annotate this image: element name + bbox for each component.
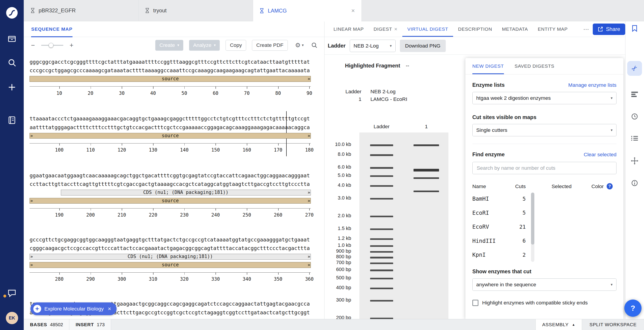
top-strand-row[interactable]: ggaatgaacaatggaagtcaacaaaaagcagctggctgac… (30, 171, 311, 180)
ruler-tick (153, 273, 154, 275)
ruler-tick-label: 170 (274, 147, 282, 153)
create-pdf-button[interactable]: Create PDF (252, 40, 288, 51)
ruler-tick (216, 143, 216, 145)
ruler-tick-label: 70 (244, 90, 250, 96)
sequence-ruler: 100110120130140150160170180 (30, 143, 311, 155)
tab-digest[interactable]: DIGEST× (369, 21, 402, 37)
tab-virtual-digest[interactable]: VIRTUAL DIGEST (402, 21, 453, 37)
cds-annotation[interactable]: CDS (nu1; (DNA packaging;181))» (61, 190, 311, 196)
virtual-digest-view: Highlighted Fragment -- LadderNEB 2-Log … (324, 55, 625, 319)
gel-size-label: 6.0 kb (324, 164, 351, 170)
gear-icon: ⚙ (295, 42, 301, 49)
chevron-down-icon: ▾ (611, 128, 612, 132)
source-annotation[interactable]: source»» (30, 262, 311, 268)
search-icon[interactable] (0, 58, 24, 67)
copy-button[interactable]: Copy (226, 40, 246, 51)
show-enzymes-select[interactable]: anywhere in the sequence▾ (472, 278, 616, 291)
enzyme-row[interactable]: EcoRI5 (472, 206, 616, 220)
tab-linear-map[interactable]: LINEAR MAP (328, 21, 368, 37)
source-annotation[interactable]: source» (30, 76, 311, 82)
create-button[interactable]: Create▾ (155, 40, 183, 51)
annotations-list-icon[interactable] (631, 135, 638, 141)
ruler-tick-label: 60 (213, 90, 218, 96)
close-icon[interactable]: × (108, 305, 111, 312)
assembly-button[interactable]: ASSEMBLY▲ (536, 319, 582, 330)
bottom-strand-row[interactable]: cgggcaagacgctccgccaccgttcccattactccacgaa… (30, 244, 311, 253)
help-button[interactable]: ? (624, 299, 642, 317)
bottom-strand-row[interactable]: aattttatgggagacttttctttcctttgctgtccacgac… (30, 123, 311, 132)
info-icon[interactable] (631, 179, 638, 187)
close-icon[interactable]: × (351, 8, 355, 14)
manage-enzyme-lists-link[interactable]: Manage enzyme lists (568, 82, 616, 88)
analyze-button[interactable]: Analyze▾ (189, 40, 220, 51)
tab-sequence-map[interactable]: SEQUENCE MAP (31, 21, 72, 37)
close-icon[interactable]: × (394, 26, 398, 32)
top-strand-row[interactable]: gcccgttctgcgaggcggtggcaagggtaatgaggtgctt… (30, 235, 311, 244)
gel-ladder-band (370, 245, 393, 247)
bottom-strand-row[interactable]: cccgccgctggagcgcccaaaagcgataaatacttttaaa… (30, 66, 311, 75)
history-clock-icon[interactable] (631, 113, 638, 120)
inventory-icon[interactable] (0, 34, 24, 43)
gel-size-label: 2.0 kb (324, 213, 351, 219)
gel-size-label: 8.0 kb (324, 151, 351, 157)
digest-scissors-icon[interactable]: ✂ (627, 61, 642, 76)
tab-entity-map[interactable]: ENTITY MAP (533, 21, 572, 37)
sequence-search-icon[interactable] (311, 42, 318, 48)
sequence-pane-tabs: SEQUENCE MAP (24, 21, 324, 37)
benchling-logo-icon[interactable] (0, 6, 24, 20)
settings-gear-button[interactable]: ⚙▾ (294, 40, 306, 51)
cds-annotation[interactable]: CDS (nu1; (DNA packaging;181))»» (30, 254, 311, 260)
enzyme-list-select[interactable]: htgaa week 2 digestion enzymes▾ (472, 92, 616, 104)
enzyme-row[interactable]: KpnI2 (472, 248, 616, 262)
tab-tryout[interactable]: tryout (138, 0, 253, 21)
enzyme-row[interactable]: BamHI5 (472, 192, 616, 206)
tab-pbr322-egfr[interactable]: pBR322_EGFR (24, 0, 138, 21)
tab-saved-digests[interactable]: SAVED DIGESTS (514, 58, 554, 74)
share-icon (598, 27, 603, 32)
notebook-icon[interactable] (0, 116, 24, 125)
gel-ladder-band (370, 167, 393, 169)
bottom-strand-row[interactable]: ccttacttgttaccttcagttgtttttcgtcgaccgactg… (30, 180, 311, 189)
avatar[interactable]: EK (6, 312, 18, 324)
chat-icon[interactable] (0, 289, 24, 298)
download-png-button[interactable]: Download PNG (400, 40, 446, 52)
enzyme-search-input[interactable] (472, 162, 616, 174)
color-help-icon[interactable]: ? (607, 183, 613, 190)
split-workspace-button[interactable]: SPLIT WORKSPACE (582, 319, 644, 330)
alignments-icon[interactable] (631, 91, 638, 97)
share-button[interactable]: Share (593, 24, 625, 35)
top-strand-row[interactable]: ttaaaataccctctgaaaagaaaggaaacgacaggtgctg… (30, 114, 311, 123)
move-crosshair-icon[interactable] (631, 157, 638, 164)
zoom-in-button[interactable]: + (69, 42, 74, 49)
scrollbar-thumb[interactable] (531, 193, 534, 244)
zoom-slider[interactable] (41, 42, 63, 48)
ruler-tick-label: 300 (118, 276, 126, 282)
gel-ladder-band (370, 175, 393, 177)
hourglass-icon (260, 8, 264, 14)
top-strand-row[interactable]: gggcggcgacctcgcgggttttcgctatttatgaaaattt… (30, 58, 311, 66)
tab-description[interactable]: DESCRIPTION (453, 21, 497, 37)
find-enzyme-label: Find enzyme (472, 151, 505, 157)
enzyme-row[interactable]: EcoRV21 (472, 220, 616, 234)
tab-new-digest[interactable]: NEW DIGEST (472, 58, 504, 74)
ruler-tick (309, 273, 310, 275)
clear-selected-link[interactable]: Clear selected (584, 151, 616, 157)
zoom-out-button[interactable]: − (30, 42, 35, 49)
table-scrollbar[interactable] (531, 193, 534, 262)
zoom-slider-thumb[interactable] (48, 43, 54, 48)
tab-lamcg[interactable]: LAMCG × (253, 0, 362, 22)
source-annotation[interactable]: source»» (30, 133, 311, 139)
sequence-map-view[interactable]: gggcggcgacctcgcgggttttcgctatttatgaaaattt… (24, 54, 324, 319)
more-tabs-button[interactable]: ⋯ (578, 21, 595, 37)
annotation-row: source»» (30, 262, 311, 269)
cut-sites-select[interactable]: Single cutters▾ (472, 124, 616, 136)
ladder-select[interactable]: NEB 2-Log▾ (350, 40, 396, 52)
enzyme-row[interactable]: HindIII6 (472, 234, 616, 248)
explore-molecular-biology-pill[interactable]: Explore Molecular Biology × (30, 302, 116, 315)
bookmark-icon[interactable] (632, 25, 638, 32)
create-plus-icon[interactable] (0, 83, 24, 92)
ruler-tick (91, 87, 91, 89)
source-annotation[interactable]: source»» (30, 198, 311, 204)
tab-metadata[interactable]: METADATA (497, 21, 533, 37)
sticky-ends-checkbox[interactable] (472, 300, 479, 306)
